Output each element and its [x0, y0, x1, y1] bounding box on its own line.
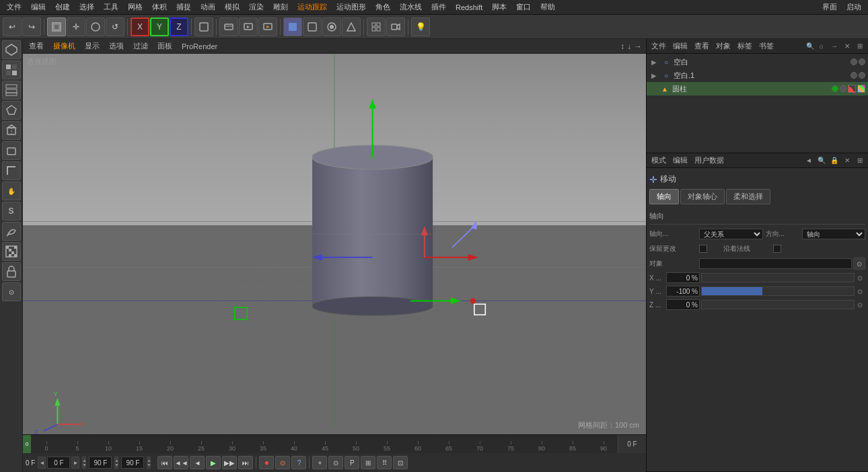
menu-item-render[interactable]: 渲染	[245, 1, 268, 13]
tab-soft-select[interactable]: 柔和选择	[726, 189, 770, 204]
camera-button[interactable]	[386, 17, 405, 36]
xyz-z-field[interactable]	[666, 299, 700, 310]
tab-object-axis[interactable]: 对象轴心	[680, 189, 725, 204]
sidebar-sculpt-btn[interactable]	[2, 222, 21, 241]
menu-item-sculpt[interactable]: 雕刻	[269, 1, 292, 13]
menu-item-interface[interactable]: 界面	[818, 1, 841, 13]
sidebar-polyobj-btn[interactable]	[2, 101, 21, 120]
z-axis-button[interactable]: Z	[170, 17, 188, 36]
obj-menu-view[interactable]: 查看	[692, 40, 711, 52]
dots-grid-button[interactable]: ⠿	[377, 456, 392, 469]
frame-spin-up[interactable]: ►	[71, 457, 79, 469]
menu-item-script[interactable]: 脚本	[488, 1, 511, 13]
frame-rate-button[interactable]: ⊞	[361, 456, 375, 469]
obj-item-empty2[interactable]: ▶ ○ 空白.1	[647, 69, 868, 82]
object-mode-button[interactable]	[194, 17, 213, 36]
vt-view[interactable]: 查看	[27, 40, 46, 52]
obj-icon-close[interactable]: ✕	[842, 41, 853, 52]
menu-item-help[interactable]: 帮助	[536, 1, 559, 13]
vt-filter[interactable]: 过滤	[131, 40, 150, 52]
vt-prorender[interactable]: ProRender	[180, 42, 219, 51]
sidebar-3d-btn[interactable]	[2, 141, 21, 160]
goto-end-button[interactable]: ⏭	[238, 456, 253, 469]
shading-texture-button[interactable]	[322, 17, 341, 36]
menu-item-edit[interactable]: 编辑	[27, 1, 50, 13]
vt-panel[interactable]: 面板	[155, 40, 174, 52]
record-button[interactable]: ●	[259, 456, 274, 469]
attr-object-field[interactable]	[699, 258, 852, 269]
menu-item-startup[interactable]: 启动	[842, 1, 865, 13]
xyz-x-reset[interactable]: ⊙	[855, 272, 865, 283]
xyz-x-field[interactable]	[666, 272, 700, 283]
rotate-tool-button[interactable]: ↺	[106, 17, 124, 36]
attr-icon-close[interactable]: ✕	[842, 155, 853, 166]
obj-menu-bookmark[interactable]: 书签	[757, 40, 776, 52]
attr-value-axis[interactable]: 父关系	[699, 229, 763, 239]
light-button[interactable]: 💡	[411, 17, 430, 36]
attr-menu-userdata[interactable]: 用户数据	[692, 155, 726, 166]
frame-spin-down[interactable]: ◄	[38, 457, 46, 469]
vt-display[interactable]: 显示	[83, 40, 102, 52]
render-button[interactable]	[258, 17, 277, 36]
render-view-button[interactable]	[239, 17, 258, 36]
menu-item-animation[interactable]: 动画	[196, 1, 219, 13]
xyz-z-slider[interactable]	[701, 300, 855, 309]
sidebar-s-btn[interactable]: S	[2, 202, 21, 221]
y-axis-button[interactable]: Y	[150, 17, 169, 36]
menu-item-plugins[interactable]: 插件	[427, 1, 450, 13]
obj-menu-tag[interactable]: 标签	[735, 40, 754, 52]
auto-key-button[interactable]: ⊙	[275, 456, 290, 469]
sidebar-corner-btn[interactable]	[2, 161, 21, 180]
viewport-4-button[interactable]	[367, 17, 386, 36]
attr-menu-edit[interactable]: 编辑	[671, 155, 690, 166]
obj-icon-home[interactable]: ⌂	[816, 41, 827, 52]
end-frame-input[interactable]	[89, 457, 112, 469]
menu-item-select[interactable]: 选择	[75, 1, 98, 13]
ruler-area[interactable]: 0 5 10 15 20 25 30 35 40 45 50 55 60 65	[31, 435, 618, 453]
tab-axis[interactable]: 轴向	[649, 189, 679, 204]
prev-key-button[interactable]: ◄	[190, 456, 205, 469]
xyz-z-reset[interactable]: ⊙	[855, 299, 865, 310]
menu-item-simulate[interactable]: 模拟	[221, 1, 244, 13]
xyz-y-reset[interactable]: ⊙	[855, 286, 865, 297]
menu-item-create[interactable]: 创建	[51, 1, 74, 13]
menu-item-pipeline[interactable]: 流水线	[396, 1, 426, 13]
vt-icon-arrows[interactable]: ↕ ↓ →	[620, 42, 642, 51]
sidebar-cube-btn[interactable]	[2, 40, 21, 59]
x-axis-button[interactable]: X	[131, 17, 149, 36]
menu-item-motion[interactable]: 运动图形	[332, 1, 370, 13]
shading-quick-button[interactable]	[342, 17, 361, 36]
add-key-button[interactable]: +	[312, 456, 327, 469]
attr-checkbox-keep[interactable]	[699, 245, 707, 253]
render-region-button[interactable]	[219, 17, 238, 36]
undo-button[interactable]: ↩	[3, 17, 22, 36]
attr-icon-maximize[interactable]: ⊞	[855, 155, 865, 166]
playback-mode-button[interactable]: P	[345, 456, 359, 469]
play-button[interactable]: ▶	[206, 456, 221, 469]
attr-select-direction[interactable]: 轴向	[802, 229, 866, 239]
menu-item-snapping[interactable]: 捕捉	[172, 1, 195, 13]
menu-item-window[interactable]: 窗口	[512, 1, 535, 13]
redo-button[interactable]: ↪	[22, 17, 41, 36]
move-tool-button[interactable]: ✛	[67, 17, 85, 36]
obj-menu-file[interactable]: 文件	[649, 40, 668, 52]
obj-item-cylinder[interactable]: ▲ 圆柱	[647, 82, 868, 95]
obj-menu-edit[interactable]: 编辑	[671, 40, 690, 52]
menu-item-character[interactable]: 角色	[371, 1, 394, 13]
attr-checkbox-along[interactable]	[773, 245, 781, 253]
next-key-button[interactable]: ▶▶	[222, 456, 237, 469]
obj-icon-maximize[interactable]: ⊞	[855, 41, 865, 52]
sidebar-cube2-btn[interactable]	[2, 121, 21, 140]
shading-solid-button[interactable]	[283, 17, 302, 36]
current-frame-input[interactable]	[47, 457, 70, 469]
shading-wire-button[interactable]	[303, 17, 322, 36]
attr-icon-lock[interactable]: 🔒	[829, 155, 840, 166]
menu-item-redshift[interactable]: Redshift	[451, 2, 486, 13]
attr-value-direction[interactable]: 轴向	[802, 229, 866, 239]
menu-item-tools[interactable]: 工具	[100, 1, 122, 13]
xyz-x-slider[interactable]	[701, 273, 855, 282]
menu-item-file[interactable]: 文件	[3, 1, 26, 13]
menu-item-mograph[interactable]: 运动跟踪	[293, 1, 331, 13]
select-tool-button[interactable]	[47, 17, 66, 36]
vt-camera[interactable]: 摄像机	[51, 40, 77, 52]
